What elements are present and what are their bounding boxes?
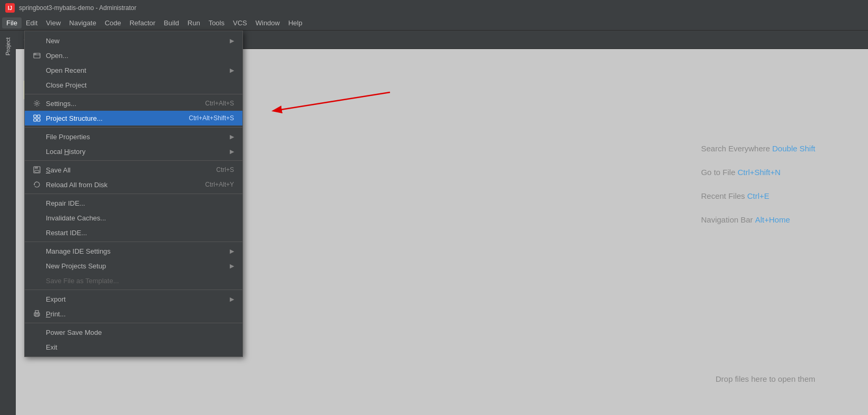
svg-point-2: [36, 102, 38, 104]
power-save-label: Power Save Mode: [46, 329, 234, 336]
open-recent-arrow: ▶: [230, 67, 234, 74]
repair-ide-label: Repair IDE...: [46, 199, 234, 207]
menu-help[interactable]: Help: [284, 17, 307, 28]
menu-refactor[interactable]: Refactor: [125, 17, 160, 28]
file-properties-arrow: ▶: [230, 133, 234, 140]
power-save-icon: [32, 327, 42, 337]
print-icon: [32, 309, 42, 319]
close-project-icon: [32, 80, 42, 90]
hint-go-to-file: Go to File Ctrl+Shift+N: [701, 168, 815, 177]
menu-item-settings[interactable]: Settings... Ctrl+Alt+S: [25, 96, 242, 111]
print-label: Print...: [46, 310, 234, 318]
title-bar: IJ springboot3-mybatis-demo - Administra…: [0, 0, 868, 16]
menu-file[interactable]: File: [2, 17, 22, 28]
exit-label: Exit: [46, 343, 234, 351]
reload-all-shortcut: Ctrl+Alt+Y: [205, 181, 234, 188]
menu-item-restart-ide[interactable]: Restart IDE...: [25, 225, 242, 240]
save-template-label: Save File as Template...: [46, 277, 234, 285]
repair-ide-icon: [32, 198, 42, 208]
new-projects-setup-label: New Projects Setup: [46, 262, 226, 270]
menu-item-print[interactable]: Print...: [25, 306, 242, 321]
menu-code[interactable]: Code: [101, 17, 125, 28]
window-title: springboot3-mybatis-demo - Administrator: [19, 4, 136, 12]
export-label: Export: [46, 295, 226, 303]
file-properties-icon: [32, 132, 42, 141]
save-template-icon: [32, 276, 42, 285]
restart-ide-icon: [32, 228, 42, 237]
menu-build[interactable]: Build: [160, 17, 183, 28]
menu-item-power-save[interactable]: Power Save Mode: [25, 325, 242, 340]
save-all-shortcut: Ctrl+S: [216, 166, 234, 173]
menu-vcs[interactable]: VCS: [229, 17, 251, 28]
new-arrow: ▶: [230, 37, 234, 44]
settings-icon: [32, 99, 42, 108]
project-structure-shortcut: Ctrl+Alt+Shift+S: [189, 114, 234, 122]
menu-item-open[interactable]: Open...: [25, 48, 242, 63]
manage-ide-label: Manage IDE Settings: [46, 247, 226, 255]
local-history-label: Local History: [46, 148, 226, 156]
sep-6: [25, 289, 242, 290]
project-structure-label: Project Structure...: [46, 114, 178, 122]
menu-item-local-history[interactable]: Local History ▶: [25, 144, 242, 159]
sep-3: [25, 160, 242, 161]
close-project-label: Close Project: [46, 81, 234, 89]
menu-item-new[interactable]: New ▶: [25, 33, 242, 48]
new-projects-setup-arrow: ▶: [230, 263, 234, 269]
menu-item-invalidate-caches[interactable]: Invalidate Caches...: [25, 210, 242, 225]
menu-item-exit[interactable]: Exit: [25, 340, 242, 354]
open-label: Open...: [46, 52, 234, 60]
menu-run[interactable]: Run: [183, 17, 204, 28]
svg-rect-1: [34, 53, 36, 55]
menu-item-repair-ide[interactable]: Repair IDE...: [25, 196, 242, 210]
menu-navigate[interactable]: Navigate: [65, 17, 100, 28]
svg-rect-9: [35, 170, 39, 172]
menu-item-save-all[interactable]: Save All Ctrl+S: [25, 162, 242, 177]
reload-icon: [32, 180, 42, 189]
drop-files-hint: Drop files here to open them: [716, 374, 815, 383]
hint-search-everywhere: Search Everywhere Double Shift: [701, 144, 815, 153]
sep-4: [25, 194, 242, 194]
sidebar-tab-project[interactable]: Project: [2, 33, 14, 60]
menu-item-export[interactable]: Export ▶: [25, 292, 242, 306]
menu-item-save-template[interactable]: Save File as Template...: [25, 273, 242, 288]
menu-view[interactable]: View: [42, 17, 65, 28]
menu-item-project-structure[interactable]: Project Structure... Ctrl+Alt+Shift+S: [25, 111, 242, 126]
reload-all-label: Reload All from Disk: [46, 181, 194, 189]
menu-item-reload-all[interactable]: Reload All from Disk Ctrl+Alt+Y: [25, 177, 242, 192]
manage-ide-arrow: ▶: [230, 248, 234, 255]
menu-item-file-properties[interactable]: File Properties ▶: [25, 129, 242, 144]
sep-2: [25, 127, 242, 128]
left-sidebar: Project: [0, 31, 16, 415]
local-history-arrow: ▶: [230, 148, 234, 155]
open-recent-label: Open Recent: [46, 66, 226, 74]
invalidate-caches-label: Invalidate Caches...: [46, 214, 234, 222]
export-icon: [32, 294, 42, 304]
menu-item-open-recent[interactable]: Open Recent ▶: [25, 63, 242, 78]
export-arrow: ▶: [230, 296, 234, 303]
sep-1: [25, 94, 242, 94]
svg-rect-4: [34, 119, 36, 121]
new-label: New: [46, 37, 226, 45]
menu-item-close-project[interactable]: Close Project: [25, 78, 242, 92]
menu-edit[interactable]: Edit: [22, 17, 42, 28]
open-icon: [32, 51, 42, 60]
sep-7: [25, 323, 242, 323]
save-all-icon: [32, 165, 42, 175]
svg-rect-8: [35, 167, 38, 169]
menu-bar: File Edit View Navigate Code Refactor Bu…: [0, 16, 868, 31]
file-properties-label: File Properties: [46, 133, 226, 141]
restart-ide-label: Restart IDE...: [46, 229, 234, 237]
menu-tools[interactable]: Tools: [204, 17, 229, 28]
exit-icon: [32, 342, 42, 352]
save-all-label: Save All: [46, 166, 206, 174]
menu-item-new-projects-setup[interactable]: New Projects Setup ▶: [25, 258, 242, 273]
open-recent-icon: [32, 65, 42, 75]
local-history-icon: [32, 147, 42, 156]
menu-item-manage-ide[interactable]: Manage IDE Settings ▶: [25, 244, 242, 258]
sep-5: [25, 242, 242, 242]
project-structure-icon: [32, 113, 42, 123]
new-icon: [32, 36, 42, 45]
invalidate-caches-icon: [32, 213, 42, 223]
menu-window[interactable]: Window: [251, 17, 284, 28]
manage-ide-icon: [32, 246, 42, 256]
